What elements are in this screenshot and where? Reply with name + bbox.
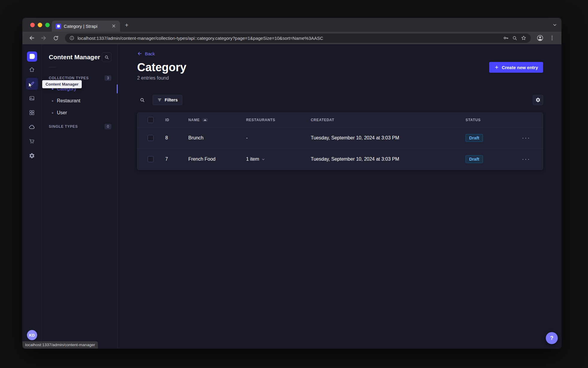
minimize-window-button[interactable] — [38, 23, 42, 27]
strapi-favicon — [56, 24, 61, 29]
bullet-icon — [52, 88, 53, 90]
bullet-icon — [52, 100, 53, 102]
back-icon[interactable] — [27, 34, 37, 42]
plus-icon — [494, 65, 499, 70]
filters-label: Filters — [165, 98, 178, 102]
content-manager-sidebar: Content Manager COLLECTION TYPES 3 Categ… — [42, 44, 118, 349]
url-text[interactable]: localhost:1337/admin/content-manager/col… — [78, 36, 500, 41]
sort-ascending-icon — [202, 118, 208, 122]
browser-window: Category | Strapi ✕ + localhost:1337/adm… — [22, 18, 561, 349]
filters-button[interactable]: Filters — [153, 95, 182, 105]
gear-icon — [535, 97, 541, 103]
password-key-icon[interactable] — [503, 35, 509, 41]
close-window-button[interactable] — [30, 23, 35, 27]
address-bar[interactable]: localhost:1337/admin/content-manager/col… — [65, 34, 531, 43]
single-types-label: SINGLE TYPES — [49, 124, 78, 129]
close-tab-icon[interactable]: ✕ — [110, 23, 117, 29]
column-header-createdat: CREATEDAT — [311, 118, 466, 122]
layout-grid-icon — [29, 110, 35, 116]
tab-title: Category | Strapi — [64, 24, 108, 29]
create-new-entry-button[interactable]: Create new entry — [489, 62, 543, 73]
sidebar-item-user[interactable]: User — [49, 107, 111, 119]
sidebar-item-label: Restaurant — [57, 98, 80, 104]
create-new-entry-label: Create new entry — [502, 65, 538, 70]
picture-icon — [29, 95, 35, 101]
user-avatar[interactable]: KD — [27, 330, 37, 340]
cell-id: 8 — [165, 135, 188, 141]
cloud-icon — [29, 124, 35, 130]
strapi-logo[interactable] — [27, 51, 37, 62]
mouse-cursor — [27, 82, 33, 88]
sidebar-divider — [49, 67, 56, 67]
cell-restaurants: - — [246, 135, 311, 141]
sidebar-search-button[interactable] — [102, 52, 111, 62]
search-icon — [104, 55, 109, 60]
fullscreen-window-button[interactable] — [45, 23, 50, 27]
new-tab-button[interactable]: + — [125, 22, 128, 28]
nav-rail: KD — [22, 44, 42, 349]
status-badge: Draft — [466, 155, 483, 163]
tab-strip: Category | Strapi ✕ + — [22, 18, 561, 32]
column-header-restaurants: RESTAURANTS — [246, 118, 311, 122]
browser-menu-icon[interactable] — [547, 34, 557, 42]
forward-icon[interactable] — [39, 34, 49, 42]
cell-createdat: Tuesday, September 10, 2024 at 3:03 PM — [311, 135, 466, 141]
back-link[interactable]: Back — [137, 51, 155, 57]
profile-avatar-icon[interactable] — [535, 34, 545, 42]
reload-icon[interactable] — [51, 34, 61, 42]
nav-content-type-builder-button[interactable] — [26, 107, 38, 118]
bookmark-star-icon[interactable] — [521, 35, 527, 41]
collection-types-list: Category Restaurant User — [49, 83, 111, 119]
page-title: Category — [137, 60, 187, 74]
cell-name: French Food — [188, 156, 246, 162]
back-label: Back — [145, 51, 155, 56]
shopping-cart-icon — [29, 138, 35, 145]
browser-tab[interactable]: Category | Strapi ✕ — [52, 21, 120, 32]
bullet-icon — [52, 112, 53, 114]
table-row[interactable]: 8 Brunch - Tuesday, September 10, 2024 a… — [137, 127, 543, 148]
sidebar-item-restaurant[interactable]: Restaurant — [49, 95, 111, 107]
nav-media-library-button[interactable] — [26, 92, 38, 104]
column-header-name[interactable]: NAME — [188, 118, 246, 122]
collection-types-count-badge: 3 — [104, 75, 111, 81]
filter-icon — [157, 98, 162, 102]
cell-name: Brunch — [188, 135, 246, 141]
row-actions-button[interactable]: ··· — [522, 158, 530, 161]
zoom-icon[interactable] — [512, 35, 518, 41]
content-manager-tooltip: Content Manager — [42, 80, 82, 88]
collection-types-label: COLLECTION TYPES — [49, 76, 89, 80]
arrow-left-icon — [137, 51, 143, 56]
nav-settings-button[interactable] — [26, 150, 38, 162]
row-checkbox[interactable] — [148, 135, 154, 141]
cell-createdat: Tuesday, September 10, 2024 at 3:03 PM — [311, 156, 466, 162]
gear-icon — [29, 153, 35, 159]
sidebar-item-label: User — [57, 110, 67, 115]
table-row[interactable]: 7 French Food 1 item Tuesday, September … — [137, 148, 543, 170]
column-header-status: STATUS — [466, 118, 516, 122]
view-settings-button[interactable] — [533, 95, 543, 105]
strapi-admin-app: KD Content Manager COLLECTION TYPES 3 — [22, 44, 561, 349]
table-search-button[interactable] — [137, 95, 147, 105]
restaurants-expander[interactable]: 1 item — [246, 156, 265, 162]
row-checkbox[interactable] — [148, 156, 154, 162]
column-header-id[interactable]: ID — [165, 118, 188, 122]
entries-table: ID NAME RESTAURANTS CREATEDAT STATUS 8 B… — [137, 112, 543, 170]
nav-home-button[interactable] — [26, 63, 38, 75]
home-icon — [29, 66, 35, 73]
link-preview-status: localhost:1337/admin/content-manager — [22, 341, 98, 349]
table-header-row: ID NAME RESTAURANTS CREATEDAT STATUS — [137, 113, 543, 127]
chevron-down-icon — [261, 157, 265, 161]
site-info-icon[interactable] — [69, 35, 75, 41]
window-controls — [30, 23, 50, 27]
select-all-checkbox[interactable] — [148, 117, 154, 123]
sidebar-title: Content Manager — [49, 54, 100, 61]
single-types-count-badge: 0 — [104, 124, 111, 129]
nav-cloud-button[interactable] — [26, 121, 38, 133]
row-actions-button[interactable]: ··· — [522, 136, 530, 139]
search-icon — [140, 97, 145, 103]
tab-search-chevron-icon[interactable] — [552, 22, 558, 28]
help-button[interactable]: ? — [546, 332, 558, 344]
nav-marketplace-button[interactable] — [26, 135, 38, 147]
main-content: Back Category 2 entries found Create new… — [118, 44, 561, 349]
cell-id: 7 — [165, 156, 188, 162]
